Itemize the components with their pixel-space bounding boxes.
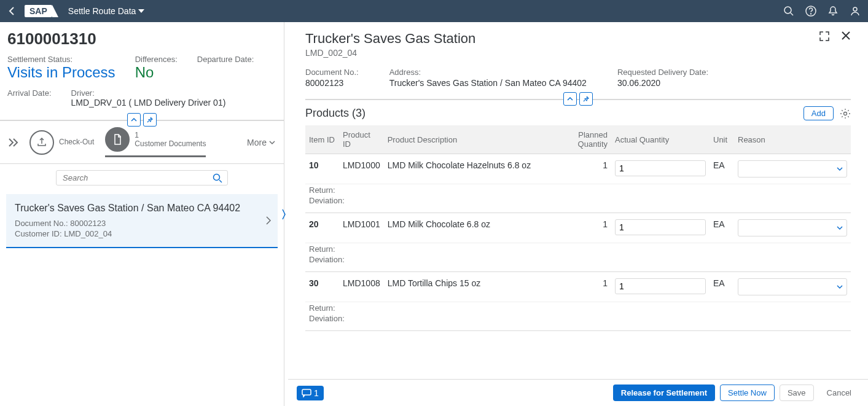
list-item-docno: Document No.: 80002123 <box>15 219 269 228</box>
tabs-more[interactable]: More <box>247 138 275 147</box>
products-table: Item ID Product ID Product Description P… <box>305 125 851 331</box>
table-row: 20LMD1001LMD Milk Chocolate 6.8 oz1EA <box>305 213 851 243</box>
customer-name: Trucker's Saves Gas Station <box>305 31 475 47</box>
collapse-up-icon[interactable] <box>563 92 577 106</box>
reason-select[interactable] <box>738 160 847 178</box>
table-subrow: Return:Deviation: <box>305 302 851 331</box>
shell-header: SAP Settle Route Data <box>0 0 868 22</box>
list-item-custid: Customer ID: LMD_002_04 <box>15 229 269 238</box>
search-field-icon[interactable] <box>213 173 222 183</box>
pin-icon[interactable] <box>579 92 593 106</box>
cell-item: 20 <box>305 213 339 243</box>
detail-reqdate-label: Requested Delivery Date: <box>617 68 708 77</box>
deviation-label: Deviation: <box>309 255 847 264</box>
search-icon[interactable] <box>783 6 794 17</box>
return-label: Return: <box>309 303 847 313</box>
bell-icon[interactable] <box>827 6 839 17</box>
reason-select[interactable] <box>738 219 847 236</box>
add-button[interactable]: Add <box>803 106 834 120</box>
actual-quantity-input[interactable] <box>615 278 706 294</box>
cell-desc: LMD Milk Chocolate Hazelnuts 6.8 oz <box>384 154 568 184</box>
customer-id: LMD_002_04 <box>305 48 475 58</box>
th-planned: Planned Quantity <box>568 125 611 154</box>
document-list-item[interactable]: Trucker's Saves Gas Station / San Mateo … <box>6 194 278 248</box>
tab-checkout[interactable]: Check-Out <box>29 130 94 155</box>
deviation-label: Deviation: <box>309 314 847 323</box>
cell-unit: EA <box>710 213 734 243</box>
th-actual: Actual Quantity <box>611 125 710 154</box>
fullscreen-icon[interactable] <box>819 31 830 42</box>
gear-icon[interactable] <box>840 108 851 119</box>
return-label: Return: <box>309 185 847 195</box>
comments-count: 1 <box>314 388 319 398</box>
th-reason: Reason <box>734 125 851 154</box>
cell-unit: EA <box>710 272 734 302</box>
table-subrow: Return:Deviation: <box>305 243 851 272</box>
actual-quantity-input[interactable] <box>615 160 706 176</box>
search-input[interactable] <box>61 173 213 183</box>
close-icon[interactable] <box>841 31 851 42</box>
tab-checkout-label: Check-Out <box>59 138 94 146</box>
route-id: 6100001310 <box>0 22 284 51</box>
driver-label: Driver: <box>71 88 226 98</box>
cell-item: 10 <box>305 154 339 184</box>
cell-planned: 1 <box>568 272 611 302</box>
detail-panel: Trucker's Saves Gas Station LMD_002_04 D… <box>288 22 868 406</box>
cell-desc: LMD Tortilla Chips 15 oz <box>384 272 568 302</box>
search-field[interactable] <box>56 170 228 185</box>
detail-collapse-bar <box>305 99 851 100</box>
svg-point-2 <box>811 14 811 14</box>
svg-rect-6 <box>302 389 311 395</box>
cancel-button[interactable]: Cancel <box>819 385 859 401</box>
differences-label: Differences: <box>135 55 178 64</box>
actual-quantity-input[interactable] <box>615 219 706 235</box>
differences-value: No <box>135 64 178 81</box>
expand-tabs-icon[interactable] <box>9 138 20 147</box>
collapse-up-icon[interactable] <box>127 113 141 127</box>
master-panel: 6100001310 Settlement Status: Visits in … <box>0 22 284 406</box>
table-row: 30LMD1008LMD Tortilla Chips 15 oz1EA <box>305 272 851 302</box>
cell-product: LMD1000 <box>339 154 384 184</box>
svg-point-0 <box>784 7 791 14</box>
upload-icon <box>29 130 54 155</box>
status-value[interactable]: Visits in Process <box>7 64 115 81</box>
svg-point-4 <box>214 174 220 180</box>
th-desc: Product Description <box>384 125 568 154</box>
deviation-label: Deviation: <box>309 196 847 205</box>
settle-button[interactable]: Settle Now <box>720 385 775 401</box>
detail-reqdate-value: 30.06.2020 <box>617 78 708 88</box>
help-icon[interactable] <box>805 6 816 17</box>
th-item: Item ID <box>305 125 339 154</box>
splitter[interactable] <box>284 22 288 406</box>
tabs-more-label: More <box>247 138 267 147</box>
tab-customer-documents[interactable]: 1 Customer Documents <box>105 127 206 157</box>
products-title: Products (3) <box>305 107 366 120</box>
svg-point-3 <box>853 7 857 11</box>
comments-button[interactable]: 1 <box>297 386 324 400</box>
pin-icon[interactable] <box>143 113 157 127</box>
chevron-right-icon <box>265 216 272 225</box>
arrival-label: Arrival Date: <box>7 88 52 98</box>
splitter-handle-icon[interactable] <box>281 208 286 221</box>
tabs-bar: Check-Out 1 Customer Documents More <box>0 121 284 164</box>
tab-docs-label: Customer Documents <box>135 139 206 148</box>
cell-product: LMD1008 <box>339 272 384 302</box>
detail-footer: 1 Release for Settlement Settle Now Save… <box>288 379 868 406</box>
th-product: Product ID <box>339 125 384 154</box>
svg-point-5 <box>844 112 847 115</box>
user-icon[interactable] <box>850 6 861 17</box>
back-icon[interactable] <box>7 6 17 16</box>
cell-planned: 1 <box>568 213 611 243</box>
detail-docno-value: 80002123 <box>305 78 359 88</box>
shell-title-text: Settle Route Data <box>68 6 136 16</box>
detail-address-value: Trucker's Saves Gas Station / San Mateo … <box>389 78 587 88</box>
cell-item: 30 <box>305 272 339 302</box>
tab-docs-count: 1 <box>135 131 206 139</box>
shell-title-button[interactable]: Settle Route Data <box>68 6 145 16</box>
save-button[interactable]: Save <box>780 385 814 401</box>
reason-select[interactable] <box>738 278 847 295</box>
table-subrow: Return:Deviation: <box>305 184 851 213</box>
release-button[interactable]: Release for Settlement <box>613 385 715 401</box>
departure-label: Departure Date: <box>197 55 254 64</box>
document-icon <box>105 127 130 152</box>
